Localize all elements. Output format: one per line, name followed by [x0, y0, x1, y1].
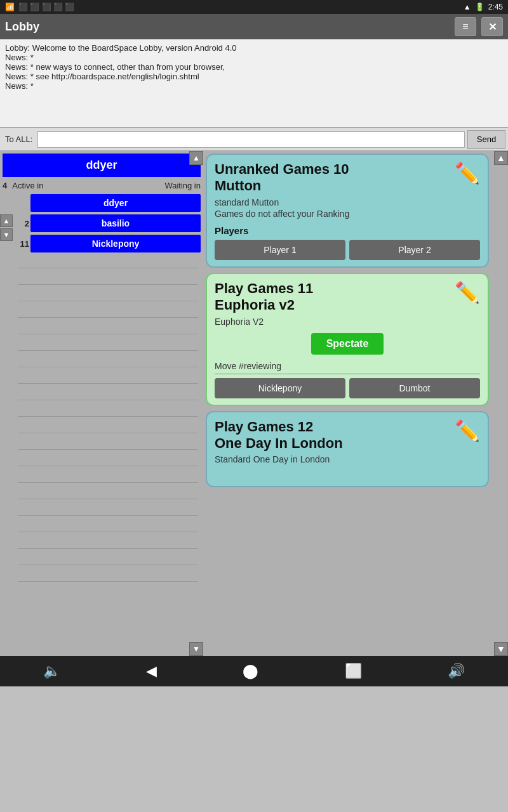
right-panel[interactable]: ▲ Unranked Games 10 Mutton ✏️ standard M…: [203, 151, 508, 656]
player-slot-2[interactable]: Player 2: [349, 240, 480, 260]
game-card-11-subtitle: Euphoria V2: [215, 317, 480, 327]
player-btn-ddyer[interactable]: ddyer: [30, 194, 201, 212]
empty-row-17: [18, 520, 198, 532]
empty-row-9: [18, 388, 198, 400]
chat-bar: To ALL: Send: [0, 128, 508, 151]
player-list: ddyer 2 basilio 11 Nicklepony: [0, 192, 203, 656]
news-line-1: Lobby: Welcome to the BoardSpace Lobby, …: [5, 43, 503, 53]
player-row-1: ddyer: [15, 194, 201, 212]
game-card-12-subtitle: Standard One Day in London: [215, 454, 480, 464]
right-scroll-up[interactable]: ▲: [494, 151, 508, 165]
empty-row-19: [18, 553, 198, 565]
home-button[interactable]: ⬤: [232, 660, 269, 682]
game-card-10-icon: ✏️: [450, 161, 480, 192]
vol-up-button[interactable]: 🔊: [438, 660, 475, 682]
empty-row-8: [18, 371, 198, 384]
empty-row-13: [18, 454, 198, 466]
waiting-label: Waiting in: [164, 181, 201, 190]
right-scroll-down[interactable]: ▼: [494, 642, 508, 656]
news-line-5: News: *: [5, 81, 503, 91]
empty-row-12: [18, 437, 198, 450]
main-content: ▲ ddyer 4 Active in Waiting in ▲ ▼ ddyer…: [0, 151, 508, 656]
news-line-3: News: * new ways to connect, other than …: [5, 62, 503, 72]
empty-row-15: [18, 487, 198, 499]
bottom-nav: 🔈 ◀ ⬤ ⬜ 🔊: [0, 656, 508, 686]
active-count: 4: [3, 181, 7, 190]
left-scroll-up[interactable]: ▲: [189, 151, 203, 165]
empty-row-4: [18, 305, 198, 318]
menu-button[interactable]: ≡: [455, 17, 476, 36]
wifi-icon: 📶: [5, 3, 15, 11]
game-card-10-player-buttons: Player 1 Player 2: [215, 240, 480, 260]
news-line-2: News: *: [5, 53, 503, 62]
news-line-4: News: * see http://boardspace.net/englis…: [5, 72, 503, 81]
game-card-10-title: Unranked Games 10 Mutton: [215, 161, 450, 195]
news-area: Lobby: Welcome to the BoardSpace Lobby, …: [0, 39, 508, 128]
left-scroll-down[interactable]: ▼: [189, 642, 203, 656]
player-btn-basilio[interactable]: basilio: [30, 214, 201, 232]
status-bar-left: 📶 ⬛ ⬛ ⬛ ⬛ ⬛: [5, 3, 74, 11]
user-header[interactable]: ddyer: [3, 154, 201, 177]
app-title: Lobby: [5, 20, 39, 34]
game-card-11-header: Play Games 11 Euphoria v2 ✏️: [215, 280, 480, 314]
left-panel: ▲ ddyer 4 Active in Waiting in ▲ ▼ ddyer…: [0, 151, 203, 656]
spectate-button[interactable]: Spectate: [311, 333, 384, 355]
game-card-10-note: Games do not affect your Ranking: [215, 209, 480, 219]
clock: 2:45: [488, 3, 503, 11]
game-card-11: Play Games 11 Euphoria v2 ✏️ Euphoria V2…: [206, 273, 489, 406]
game-card-12-title: Play Games 12 One Day In London: [215, 419, 450, 452]
empty-row-1: [18, 256, 198, 268]
back-button[interactable]: ◀: [136, 660, 167, 682]
status-bar: 📶 ⬛ ⬛ ⬛ ⬛ ⬛ ▲ 🔋 2:45: [0, 0, 508, 14]
wifi-signal-icon: ▲: [464, 3, 471, 11]
title-bar: Lobby ≡ ✕: [0, 14, 508, 39]
game-card-10: Unranked Games 10 Mutton ✏️ standard Mut…: [206, 154, 489, 268]
empty-row-20: [18, 569, 198, 582]
empty-row-2: [18, 272, 198, 285]
left-inner-scroll-down[interactable]: ▼: [0, 228, 13, 241]
game-card-12-header: Play Games 12 One Day In London ✏️: [215, 419, 480, 452]
empty-row-6: [18, 338, 198, 351]
empty-row-7: [18, 355, 198, 367]
player-row-2: 2 basilio: [15, 214, 201, 232]
empty-row-18: [18, 536, 198, 549]
status-icons: ⬛ ⬛ ⬛ ⬛ ⬛: [18, 3, 74, 11]
game-card-10-header: Unranked Games 10 Mutton ✏️: [215, 161, 480, 195]
empty-row-11: [18, 421, 198, 433]
battery-icon: 🔋: [475, 3, 485, 11]
player-slot-dumbot[interactable]: Dumbot: [349, 378, 480, 398]
chat-label: To ALL:: [0, 134, 37, 144]
left-inner-scroll-up[interactable]: ▲: [0, 214, 13, 227]
chat-input[interactable]: [37, 131, 465, 148]
status-bar-right: ▲ 🔋 2:45: [464, 3, 503, 11]
player-slot-1[interactable]: Player 1: [215, 240, 345, 260]
send-button[interactable]: Send: [467, 130, 505, 149]
game-card-11-player-buttons: Nicklepony Dumbot: [215, 378, 480, 398]
active-label: Active in: [12, 181, 43, 190]
player-row-11: 11 Nicklepony: [15, 235, 201, 252]
game-card-12-icon: ✏️: [450, 419, 480, 449]
empty-row-14: [18, 470, 198, 483]
recents-button[interactable]: ⬜: [335, 660, 372, 682]
player-btn-nicklepony[interactable]: Nicklepony: [30, 235, 201, 252]
empty-row-5: [18, 322, 198, 334]
empty-row-16: [18, 503, 198, 516]
move-review-label: Move #reviewing: [215, 361, 480, 374]
game-card-10-subtitle: standard Mutton: [215, 197, 480, 207]
vol-down-button[interactable]: 🔈: [33, 660, 70, 682]
game-card-10-players-label: Players: [215, 225, 480, 236]
game-card-12: Play Games 12 One Day In London ✏️ Stand…: [206, 411, 489, 487]
empty-row-10: [18, 404, 198, 417]
game-card-11-title: Play Games 11 Euphoria v2: [215, 280, 450, 314]
player-slot-nicklepony[interactable]: Nicklepony: [215, 378, 345, 398]
empty-row-3: [18, 289, 198, 301]
close-button[interactable]: ✕: [481, 17, 503, 36]
game-card-11-icon: ✏️: [450, 280, 480, 311]
